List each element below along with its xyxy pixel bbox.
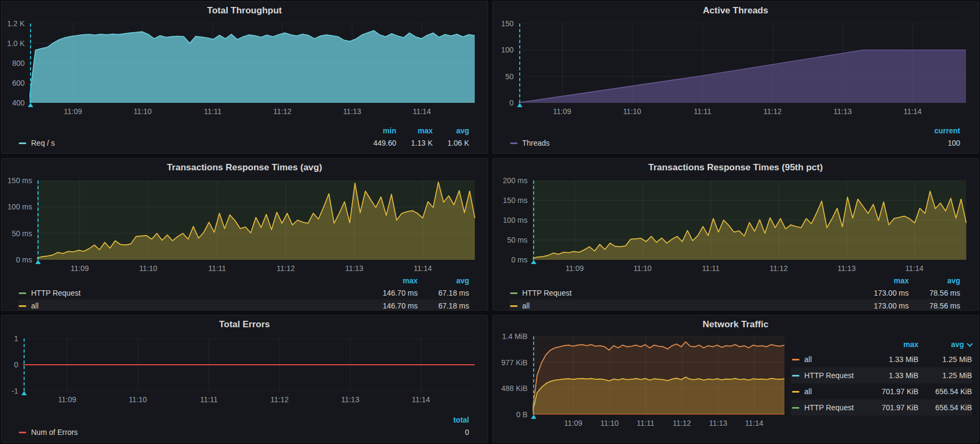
- legend-stat-value: 449.60: [360, 139, 397, 147]
- legend-series-http-request[interactable]: HTTP Request: [18, 289, 366, 297]
- x-tick-label: 11:10: [633, 264, 652, 273]
- x-tick-label: 11:13: [343, 107, 361, 116]
- y-tick-label: 1.4 MiB: [502, 333, 527, 340]
- y-tick-label: 150 ms: [8, 177, 32, 184]
- x-tick-label: 11:10: [133, 107, 152, 116]
- active-threads-chart: 050100150 11:0911:1011:1111:1211:1311:14: [498, 24, 974, 118]
- network-traffic-chart: 0 B488 KiB977 KiB1.4 MiB 11:0911:1011:11…: [498, 336, 785, 430]
- y-axis: 4006008001.0 K1.2 K: [7, 24, 29, 103]
- annotation-line[interactable]: [30, 24, 31, 103]
- legend-header-max[interactable]: max: [366, 276, 418, 285]
- legend-stat-value: 701.97 KiB: [858, 387, 918, 396]
- y-tick-label: -1: [12, 387, 18, 395]
- legend-stat-value: 100: [922, 139, 960, 147]
- y-tick-label: 1.2 K: [7, 20, 25, 27]
- legend-row: HTTP Request701.97 KiB656.54 KiB: [791, 400, 972, 416]
- legend-stat-value: 1.33 MiB: [858, 355, 918, 364]
- legend-stat-value: 67.18 ms: [418, 289, 469, 297]
- legend-header-avg[interactable]: avg: [909, 276, 960, 285]
- legend-series-all[interactable]: all: [791, 355, 858, 364]
- x-tick-label: 11:12: [673, 419, 691, 427]
- legend-stat-value: 1.25 MiB: [918, 355, 972, 364]
- total-throughput-chart: 4006008001.0 K1.2 K 11:0911:1011:1111:12…: [7, 24, 482, 118]
- plot-area[interactable]: [519, 24, 974, 103]
- x-tick-label: 11:10: [600, 419, 618, 427]
- panel-title-total-throughput[interactable]: Total Throughput: [7, 4, 482, 17]
- sort-desc-icon: [967, 341, 972, 347]
- y-axis: 0 ms50 ms100 ms150 ms: [7, 180, 37, 260]
- y-tick-label: 50 ms: [12, 230, 32, 237]
- y-tick-label: 600: [12, 79, 25, 87]
- panel-title-response-times-95pct[interactable]: Transactions Response Times (95th pct): [498, 161, 974, 174]
- legend-series-http-request[interactable]: HTTP Request: [509, 289, 858, 297]
- y-tick-label: 400: [12, 99, 25, 107]
- x-tick-label: 11:11: [702, 264, 720, 273]
- x-tick-label: 11:12: [273, 107, 291, 116]
- legend-row: HTTP Request1.33 MiB1.25 MiB: [791, 367, 972, 383]
- legend-series-num-of-errors[interactable]: Num of Errors: [18, 428, 431, 437]
- legend-series-http-request[interactable]: HTTP Request: [791, 371, 858, 380]
- legend-header-min[interactable]: min: [360, 126, 397, 135]
- annotation-line[interactable]: [519, 24, 520, 103]
- x-tick-label: 11:09: [71, 264, 89, 273]
- panel-title-response-times-avg[interactable]: Transactions Response Times (avg): [7, 161, 482, 174]
- x-tick-label: 11:10: [623, 107, 641, 116]
- series-color-dash: [19, 432, 26, 433]
- series-color-dash: [792, 391, 799, 393]
- legend-series-all[interactable]: all: [509, 302, 858, 310]
- x-axis: 11:0911:1011:1111:1211:1311:14: [37, 262, 482, 275]
- legend-header-avg[interactable]: avg: [918, 340, 972, 349]
- x-tick-label: 11:14: [414, 264, 432, 273]
- plot-area[interactable]: [37, 180, 482, 260]
- series-color-dash: [19, 292, 26, 294]
- annotation-line[interactable]: [24, 338, 25, 391]
- x-tick-label: 11:11: [637, 419, 654, 427]
- panel-active-threads: Active Threads 050100150 11:0911:1011:11…: [492, 1, 979, 154]
- x-tick-label: 11:10: [129, 395, 147, 404]
- x-tick-label: 11:14: [413, 107, 431, 116]
- legend-header-avg[interactable]: avg: [433, 126, 469, 135]
- plot-area[interactable]: [533, 336, 785, 415]
- x-tick-label: 11:11: [694, 107, 712, 116]
- series-color-dash: [19, 142, 26, 144]
- legend-header-max[interactable]: max: [397, 126, 433, 135]
- plot-area[interactable]: [23, 338, 482, 391]
- legend-stat-value: 173.00 ms: [857, 302, 909, 310]
- annotation-line[interactable]: [533, 336, 534, 415]
- legend-row: all173.00 ms78.56 ms: [509, 299, 961, 311]
- annotation-line[interactable]: [533, 180, 534, 260]
- legend-stat-value: 146.70 ms: [366, 302, 418, 310]
- x-axis: 11:0911:1011:1111:1211:1311:14: [533, 417, 785, 430]
- plot-area[interactable]: [29, 24, 482, 103]
- x-axis: 11:0911:1011:1111:1211:1311:14: [533, 262, 974, 275]
- legend-header-max[interactable]: max: [858, 340, 918, 349]
- legend-header-max[interactable]: max: [857, 276, 909, 285]
- x-tick-label: 11:09: [564, 419, 582, 427]
- legend-header-avg[interactable]: avg: [418, 276, 469, 285]
- plot-area[interactable]: [533, 180, 974, 260]
- legend-series-all[interactable]: all: [18, 302, 366, 310]
- panel-title-total-errors[interactable]: Total Errors: [7, 318, 482, 331]
- panel-title-active-threads[interactable]: Active Threads: [498, 4, 974, 17]
- x-tick-label: 11:09: [64, 107, 82, 116]
- legend-series-threads[interactable]: Threads: [509, 139, 922, 147]
- y-tick-label: 0 ms: [16, 256, 32, 264]
- x-tick-label: 11:11: [208, 264, 226, 273]
- legend-table: maxavgall1.33 MiB1.25 MiBHTTP Request1.3…: [784, 331, 973, 440]
- x-tick-label: 11:14: [412, 395, 430, 404]
- x-tick-label: 11:13: [709, 419, 727, 427]
- series-color-dash: [510, 292, 518, 294]
- y-axis: 0 ms50 ms100 ms150 ms200 ms: [498, 180, 533, 260]
- x-tick-label: 11:14: [903, 107, 922, 116]
- legend-header-current[interactable]: current: [922, 126, 960, 135]
- legend-series-all[interactable]: all: [791, 387, 858, 396]
- x-tick-label: 11:11: [200, 395, 218, 404]
- legend-series-http-request[interactable]: HTTP Request: [791, 403, 858, 412]
- annotation-line[interactable]: [38, 180, 39, 260]
- legend-series-req-s[interactable]: Req / s: [18, 139, 360, 147]
- panel-title-network-traffic[interactable]: Network Traffic: [498, 318, 974, 331]
- y-tick-label: 0 ms: [511, 256, 527, 264]
- legend-stat-value: 78.56 ms: [909, 289, 960, 297]
- legend-stat-value: 1.06 K: [433, 139, 469, 147]
- legend-header-total[interactable]: total: [431, 416, 469, 424]
